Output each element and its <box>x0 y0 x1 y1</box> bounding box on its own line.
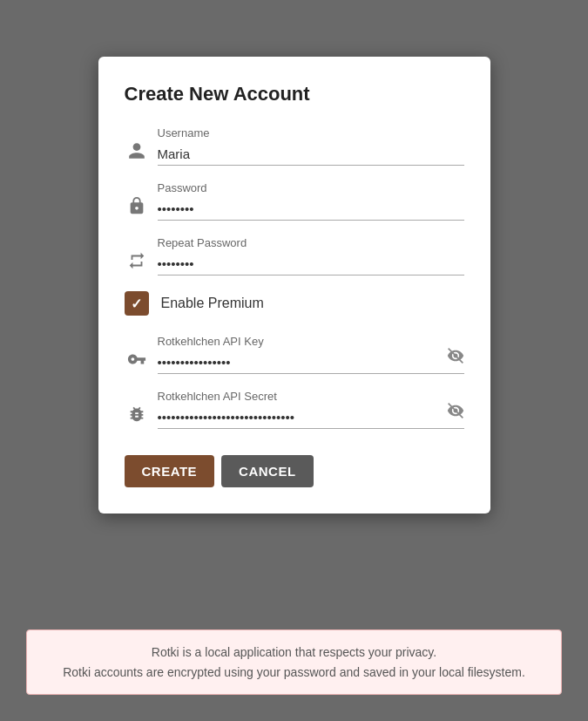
create-button[interactable]: CREATE <box>125 455 215 487</box>
username-field-content: Username <box>158 126 464 166</box>
enable-premium-label: Enable Premium <box>161 296 264 311</box>
api-secret-input[interactable] <box>158 406 464 429</box>
repeat-password-field-content: Repeat Password <box>158 236 464 275</box>
api-secret-eye-icon[interactable] <box>447 402 464 424</box>
user-icon <box>125 141 149 160</box>
api-secret-field-content: Rotkehlchen API Secret <box>158 390 464 429</box>
api-secret-field: Rotkehlchen API Secret <box>125 390 464 429</box>
password-input[interactable] <box>158 198 464 221</box>
info-banner-text: Rotki is a local application that respec… <box>44 643 544 682</box>
repeat-password-field: Repeat Password <box>125 236 464 275</box>
api-key-field-content: Rotkehlchen API Key <box>158 335 464 374</box>
info-line1: Rotki is a local application that respec… <box>152 645 436 659</box>
dialog: Create New Account Username Password <box>98 57 490 514</box>
api-secret-input-wrapper <box>158 406 464 429</box>
lock-icon <box>125 196 149 215</box>
password-field-content: Password <box>158 181 464 221</box>
api-secret-icon <box>125 405 149 424</box>
api-key-icon <box>125 350 149 369</box>
api-key-field: Rotkehlchen API Key <box>125 335 464 374</box>
repeat-password-input[interactable] <box>158 253 464 275</box>
password-field: Password <box>125 181 464 221</box>
dialog-title: Create New Account <box>125 83 464 105</box>
enable-premium-row: ✓ Enable Premium <box>125 291 464 316</box>
info-line2: Rotki accounts are encrypted using your … <box>63 665 525 679</box>
api-key-input[interactable] <box>158 351 464 374</box>
checkmark-icon: ✓ <box>131 296 142 312</box>
password-label: Password <box>158 181 464 194</box>
info-banner: Rotki is a local application that respec… <box>26 629 562 695</box>
cancel-button[interactable]: CANCEL <box>221 455 314 487</box>
enable-premium-checkbox[interactable]: ✓ <box>125 291 149 316</box>
username-field: Username <box>125 126 464 166</box>
repeat-password-label: Repeat Password <box>158 236 464 249</box>
button-row: CREATE CANCEL <box>125 455 464 487</box>
username-input[interactable] <box>158 143 464 166</box>
api-key-input-wrapper <box>158 351 464 374</box>
api-key-eye-icon[interactable] <box>447 347 464 369</box>
repeat-icon <box>125 251 149 270</box>
overlay: Create New Account Username Password <box>0 0 588 721</box>
username-label: Username <box>158 126 464 139</box>
api-key-label: Rotkehlchen API Key <box>158 335 464 348</box>
api-secret-label: Rotkehlchen API Secret <box>158 390 464 403</box>
